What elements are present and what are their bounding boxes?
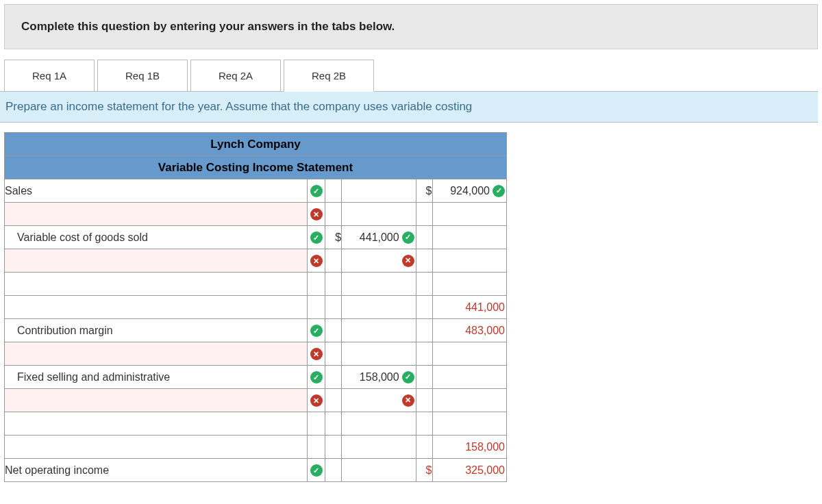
value-vcogs-col2[interactable] [432,226,506,249]
label-fsa[interactable]: Fixed selling and administrative [5,366,308,389]
row-total-fixed: 158,000 [5,436,507,459]
label-blank-2[interactable] [5,249,308,273]
value-total-fixed: 158,000 [432,436,506,459]
cm-amount: 483,000 [465,325,505,337]
label-blank-1[interactable] [5,203,308,226]
row-vcogs: Variable cost of goods sold ✓ $ 441,000✓ [5,226,507,249]
company-header: Lynch Company [5,133,507,156]
fsa-amount: 158,000 [360,371,399,383]
status-cm: ✓ [308,319,325,342]
check-icon: ✓ [493,185,505,197]
check-icon: ✓ [402,371,414,383]
row-cm: Contribution margin ✓ 483,000 [5,319,507,342]
row-blank-4: ✕ ✕ [5,389,507,412]
income-statement-table: Lynch Company Variable Costing Income St… [4,132,507,482]
total-variable-amount: 441,000 [465,301,505,314]
sales-amount: 924,000 [450,185,490,197]
check-icon: ✓ [310,231,323,244]
value-blank-2a[interactable]: ✕ [342,249,416,273]
tab-req-2b[interactable]: Req 2B [284,60,374,92]
label-blank-3[interactable] [5,342,308,366]
row-sales: Sales ✓ $ 924,000✓ [5,179,507,203]
label-total-fixed[interactable] [5,436,308,459]
tab-req-2a[interactable]: Req 2A [190,60,281,92]
value-sales[interactable]: 924,000✓ [432,179,506,203]
tab-instruction: Prepare an income statement for the year… [0,91,818,123]
vcogs-amount: 441,000 [360,231,399,244]
status-noi: ✓ [308,459,325,482]
value-cm: 483,000 [432,319,506,342]
cross-icon: ✕ [402,394,414,407]
value-vcogs[interactable]: 441,000✓ [342,226,416,249]
currency-vcogs: $ [325,226,342,249]
row-spacer-1 [5,273,507,296]
status-blank-4: ✕ [308,389,325,412]
status-blank-1: ✕ [308,203,325,226]
status-sales-label: ✓ [308,179,325,203]
value-col1-sales[interactable] [342,179,416,203]
row-fsa: Fixed selling and administrative ✓ 158,0… [5,366,507,389]
check-icon: ✓ [310,325,323,337]
value-noi: 325,000 [432,459,506,482]
row-total-variable: 441,000 [5,296,507,319]
currency-sales: $ [416,179,432,203]
total-fixed-amount: 158,000 [465,441,505,453]
check-icon: ✓ [402,231,414,244]
tab-req-1b[interactable]: Req 1B [97,60,188,92]
currency-col1 [325,179,342,203]
status-blank-3: ✕ [308,342,325,366]
row-spacer-2 [5,412,507,436]
tabs-row: Req 1A Req 1B Req 2A Req 2B [4,59,822,91]
label-spacer-1[interactable] [5,273,308,296]
label-sales[interactable]: Sales [5,179,308,203]
row-blank-1: ✕ [5,203,507,226]
row-noi: Net operating income ✓ $ 325,000 [5,459,507,482]
status-fsa: ✓ [308,366,325,389]
cross-icon: ✕ [310,255,323,267]
label-vcogs[interactable]: Variable cost of goods sold [5,226,308,249]
cross-icon: ✕ [310,394,323,407]
value-blank-1a[interactable] [342,203,416,226]
row-blank-3: ✕ [5,342,507,366]
cross-icon: ✕ [310,208,323,220]
cross-icon: ✕ [402,255,414,267]
value-total-variable: 441,000 [432,296,506,319]
check-icon: ✓ [310,371,323,383]
label-total-variable[interactable] [5,296,308,319]
noi-amount: 325,000 [465,464,505,477]
value-blank-1b[interactable] [432,203,506,226]
status-blank-2: ✕ [308,249,325,273]
check-icon: ✓ [310,464,323,477]
value-fsa[interactable]: 158,000✓ [342,366,416,389]
row-blank-2: ✕ ✕ [5,249,507,273]
tab-req-1a[interactable]: Req 1A [4,60,95,92]
value-blank-4a[interactable]: ✕ [342,389,416,412]
currency-noi: $ [416,459,432,482]
statement-title: Variable Costing Income Statement [5,156,507,179]
instruction-bar: Complete this question by entering your … [4,4,818,49]
cross-icon: ✕ [310,348,323,360]
label-cm[interactable]: Contribution margin [5,319,308,342]
label-noi[interactable]: Net operating income [5,459,308,482]
label-spacer-2[interactable] [5,412,308,436]
label-blank-4[interactable] [5,389,308,412]
value-blank-2b[interactable] [432,249,506,273]
check-icon: ✓ [310,185,323,197]
status-vcogs-label: ✓ [308,226,325,249]
